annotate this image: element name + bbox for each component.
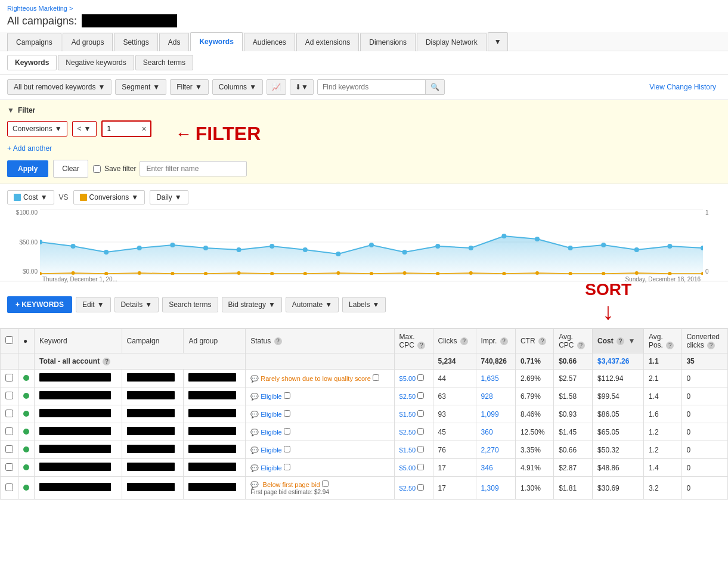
filter-clear-btn[interactable]: × <box>138 122 150 135</box>
maxcpc-header[interactable]: Max.CPC ? <box>394 329 433 353</box>
columns-dropdown[interactable]: Columns ▼ <box>212 79 263 95</box>
impr-cell[interactable]: 346 <box>481 464 493 472</box>
impr-cell[interactable]: 1,635 <box>481 374 499 383</box>
all-keywords-dropdown[interactable]: All but removed keywords ▼ <box>7 79 111 95</box>
tab-display-network[interactable]: Display Network <box>417 33 487 51</box>
find-keywords-input[interactable] <box>318 80 425 94</box>
campaign-header[interactable]: Campaign <box>122 329 184 353</box>
status-header[interactable]: Status ? <box>246 329 394 353</box>
cost-header[interactable]: Cost ? ▼ <box>593 329 644 353</box>
avgcpc-help-icon[interactable]: ? <box>577 342 585 349</box>
status-cell[interactable]: Below first page bid <box>263 481 320 488</box>
add-another-link[interactable]: + Add another <box>7 142 52 155</box>
row-checkbox[interactable] <box>5 427 13 435</box>
maxcpc-checkbox[interactable] <box>417 428 424 435</box>
period-btn[interactable]: Daily ▼ <box>150 190 188 204</box>
tab-ad-extensions[interactable]: Ad extensions <box>296 33 359 51</box>
impr-cell[interactable]: 1,309 <box>481 484 499 492</box>
status-cell[interactable]: Eligible <box>261 446 281 454</box>
download-btn[interactable]: ⬇ ▼ <box>290 79 314 95</box>
avgpos-header[interactable]: Avg.Pos. ? <box>643 329 681 353</box>
avgcpc-header[interactable]: Avg.CPC ? <box>554 329 593 353</box>
impr-cell[interactable]: 928 <box>481 392 493 401</box>
breadcrumb[interactable]: Righteous Marketing > <box>0 0 728 13</box>
add-keywords-button[interactable]: + KEYWORDS <box>7 296 72 313</box>
search-terms-btn[interactable]: Search terms <box>162 297 218 312</box>
tab-keywords[interactable]: Keywords <box>190 32 242 51</box>
row-checkbox[interactable] <box>5 374 13 382</box>
tab-dimensions[interactable]: Dimensions <box>360 33 416 51</box>
status-cell[interactable]: Rarely shown due to low quality score <box>261 375 371 382</box>
impr-header[interactable]: Impr. ? <box>476 329 515 353</box>
avgpos-help-icon[interactable]: ? <box>666 342 674 349</box>
tab-more-button[interactable]: ▼ <box>488 32 508 51</box>
row-checkbox[interactable] <box>5 445 13 453</box>
status-help-icon[interactable]: ? <box>274 337 282 345</box>
filter-name-input[interactable] <box>140 161 247 176</box>
find-keywords-search-btn[interactable]: 🔍 <box>425 80 444 94</box>
conversions-btn[interactable]: Conversions ▼ <box>73 190 145 204</box>
status-cell[interactable]: Eligible <box>261 393 281 400</box>
view-change-history-link[interactable]: View Change History <box>645 83 721 91</box>
convclicks-header[interactable]: Convertedclicks ? <box>681 329 728 353</box>
filter-header[interactable]: ▼ Filter <box>7 106 721 114</box>
sub-tab-negative-keywords[interactable]: Negative keywords <box>58 55 134 70</box>
row-checkbox[interactable] <box>5 463 13 471</box>
details-dropdown[interactable]: Details ▼ <box>114 297 159 312</box>
convclicks-help-icon[interactable]: ? <box>707 342 715 349</box>
clicks-header[interactable]: Clicks ? <box>433 329 476 353</box>
tab-audiences[interactable]: Audiences <box>244 33 295 51</box>
status-checkbox[interactable] <box>284 392 290 399</box>
maxcpc-help-icon[interactable]: ? <box>417 342 425 349</box>
impr-help-icon[interactable]: ? <box>500 337 508 345</box>
status-cell[interactable]: Eligible <box>261 411 281 418</box>
tab-adgroups[interactable]: Ad groups <box>63 33 113 51</box>
apply-button[interactable]: Apply <box>7 160 48 177</box>
status-cell[interactable]: Eligible <box>261 464 281 472</box>
ctr-help-icon[interactable]: ? <box>538 337 546 345</box>
bid-strategy-dropdown[interactable]: Bid strategy ▼ <box>222 297 282 312</box>
status-checkbox[interactable] <box>373 374 379 381</box>
filter-operator-dropdown[interactable]: < ▼ <box>72 121 97 137</box>
impr-cell[interactable]: 2,270 <box>481 446 499 454</box>
cost-btn[interactable]: Cost ▼ <box>7 190 54 204</box>
maxcpc-checkbox[interactable] <box>417 464 424 470</box>
status-checkbox[interactable] <box>284 446 290 452</box>
row-checkbox[interactable] <box>5 483 13 491</box>
ctr-header[interactable]: CTR ? <box>515 329 553 353</box>
maxcpc-checkbox[interactable] <box>417 374 424 381</box>
tab-ads[interactable]: Ads <box>159 33 190 51</box>
status-checkbox[interactable] <box>284 410 290 417</box>
tab-settings[interactable]: Settings <box>114 33 157 51</box>
filter-value-input[interactable] <box>103 122 138 136</box>
total-help-icon[interactable]: ? <box>103 358 110 365</box>
clicks-help-icon[interactable]: ? <box>460 337 468 345</box>
edit-dropdown[interactable]: Edit ▼ <box>76 297 111 312</box>
maxcpc-checkbox[interactable] <box>417 484 424 491</box>
sub-tab-keywords[interactable]: Keywords <box>7 55 57 70</box>
segment-dropdown[interactable]: Segment ▼ <box>115 79 166 95</box>
chart-toggle-btn[interactable]: 📈 <box>267 79 286 95</box>
tab-campaigns[interactable]: Campaigns <box>7 33 61 51</box>
maxcpc-checkbox[interactable] <box>417 446 424 452</box>
maxcpc-checkbox[interactable] <box>417 410 424 417</box>
automate-dropdown[interactable]: Automate ▼ <box>286 297 339 312</box>
row-checkbox[interactable] <box>5 392 13 399</box>
adgroup-header[interactable]: Ad group <box>184 329 246 353</box>
select-all-checkbox[interactable] <box>5 336 13 344</box>
clear-button[interactable]: Clear <box>53 160 88 178</box>
save-filter-checkbox[interactable] <box>93 165 101 173</box>
row-checkbox[interactable] <box>5 410 13 417</box>
sub-tab-search-terms[interactable]: Search terms <box>135 55 193 70</box>
impr-cell[interactable]: 360 <box>481 428 493 436</box>
status-checkbox[interactable] <box>284 464 290 470</box>
keyword-header[interactable]: Keyword <box>35 329 122 353</box>
filter-field-dropdown[interactable]: Conversions ▼ <box>7 121 67 137</box>
labels-dropdown[interactable]: Labels ▼ <box>342 297 386 312</box>
status-cell[interactable]: Eligible <box>261 429 281 436</box>
status-checkbox[interactable] <box>284 428 290 435</box>
status-checkbox[interactable] <box>322 480 329 487</box>
maxcpc-checkbox[interactable] <box>417 392 424 399</box>
impr-cell[interactable]: 1,099 <box>481 410 499 418</box>
filter-dropdown[interactable]: Filter ▼ <box>170 79 209 95</box>
